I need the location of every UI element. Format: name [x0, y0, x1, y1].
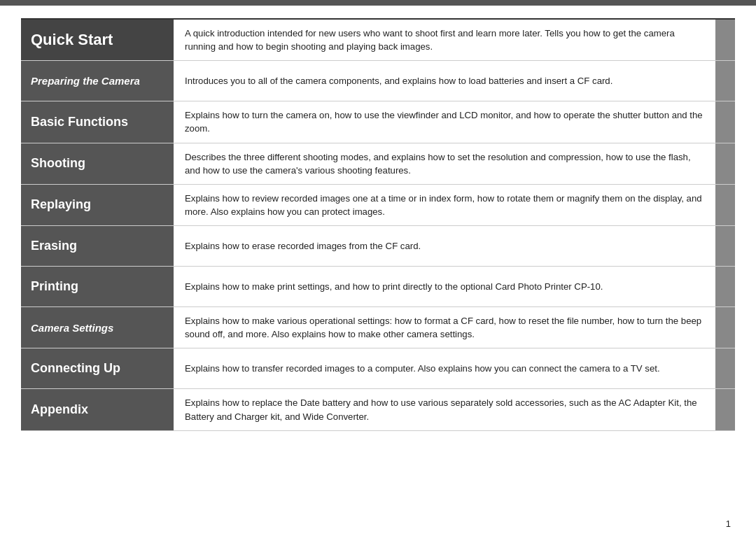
row-label-replaying: Replaying — [21, 185, 174, 225]
row-description-preparing-the-camera: Introduces you to all of the camera comp… — [174, 61, 715, 101]
row-description-appendix: Explains how to replace the Date battery… — [174, 389, 715, 430]
table-row: AppendixExplains how to replace the Date… — [21, 389, 735, 430]
row-label-basic-functions: Basic Functions — [21, 101, 174, 142]
side-block-connecting-up — [715, 348, 735, 388]
side-block-printing — [715, 267, 735, 306]
table-row: ShootingDescribes the three different sh… — [21, 143, 735, 185]
row-description-printing: Explains how to make print settings, and… — [174, 267, 715, 306]
side-block-replaying — [715, 185, 735, 225]
table-row: ReplayingExplains how to review recorded… — [21, 185, 735, 226]
row-label-appendix: Appendix — [21, 389, 174, 430]
table-container: Quick StartA quick introduction intended… — [21, 18, 735, 523]
table-row: ErasingExplains how to erase recorded im… — [21, 226, 735, 267]
page-number: 1 — [726, 519, 731, 529]
table-row: Camera SettingsExplains how to make vari… — [21, 307, 735, 348]
table-row: Basic FunctionsExplains how to turn the … — [21, 101, 735, 143]
top-bar — [0, 0, 756, 6]
table-row: Preparing the CameraIntroduces you to al… — [21, 61, 735, 101]
table-row: Connecting UpExplains how to transfer re… — [21, 348, 735, 389]
row-description-replaying: Explains how to review recorded images o… — [174, 185, 715, 225]
row-label-preparing-the-camera: Preparing the Camera — [21, 61, 174, 101]
side-block-appendix — [715, 389, 735, 430]
table-row: PrintingExplains how to make print setti… — [21, 267, 735, 307]
row-label-connecting-up: Connecting Up — [21, 348, 174, 388]
row-description-shooting: Describes the three different shooting m… — [174, 143, 715, 184]
side-block-shooting — [715, 143, 735, 184]
row-description-camera-settings: Explains how to make various operational… — [174, 307, 715, 348]
side-block-camera-settings — [715, 307, 735, 348]
side-block-quick-start — [715, 20, 735, 60]
row-label-camera-settings: Camera Settings — [21, 307, 174, 348]
table-row: Quick StartA quick introduction intended… — [21, 20, 735, 61]
row-description-connecting-up: Explains how to transfer recorded images… — [174, 348, 715, 388]
side-block-preparing-the-camera — [715, 61, 735, 101]
row-label-shooting: Shooting — [21, 143, 174, 184]
row-label-printing: Printing — [21, 267, 174, 306]
row-label-erasing: Erasing — [21, 226, 174, 266]
row-description-basic-functions: Explains how to turn the camera on, how … — [174, 101, 715, 142]
row-description-erasing: Explains how to erase recorded images fr… — [174, 226, 715, 266]
side-block-erasing — [715, 226, 735, 266]
page-content: Quick StartA quick introduction intended… — [0, 6, 756, 536]
row-label-quick-start: Quick Start — [21, 20, 174, 60]
side-block-basic-functions — [715, 101, 735, 142]
row-description-quick-start: A quick introduction intended for new us… — [174, 20, 715, 60]
